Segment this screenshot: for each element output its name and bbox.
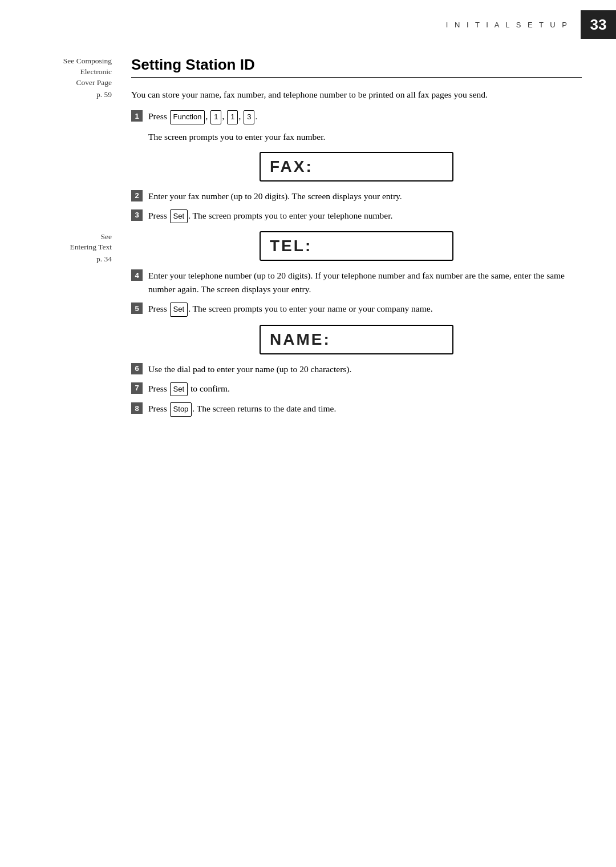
step-2: 2 Enter your fax number (up to 20 digits… (131, 189, 582, 203)
lcd-tel-display: TEL: (260, 231, 453, 261)
step-2-number: 2 (131, 190, 143, 201)
key-function: Function (170, 110, 205, 124)
main-content: Setting Station ID You can store your na… (125, 56, 582, 422)
step-6: 6 Use the dial pad to enter your name (u… (131, 362, 582, 376)
header-label: I N I T I A L S E T U P (446, 21, 569, 29)
step-1-subtext: The screen prompts you to enter your fax… (148, 130, 582, 144)
step-7-text: Press Set to confirm. (148, 382, 230, 397)
step-4-number: 4 (131, 269, 143, 281)
step-4-text: Enter your telephone number (up to 20 di… (148, 269, 582, 296)
step-7: 7 Press Set to confirm. (131, 382, 582, 397)
key-1b: 1 (227, 110, 238, 124)
step-8-text: Press Stop. The screen returns to the da… (148, 402, 336, 417)
sidebar-note-1: See Composing Electronic Cover Page p. 5… (34, 56, 112, 100)
key-1a: 1 (210, 110, 221, 124)
step-6-text: Use the dial pad to enter your name (up … (148, 362, 351, 376)
lcd-tel-text: TEL: (270, 237, 312, 255)
lcd-fax-text: FAX: (270, 158, 313, 176)
key-set-7: Set (170, 382, 188, 396)
step-1-press-label: Press (148, 111, 167, 121)
step-5-number: 5 (131, 303, 143, 314)
step-3: 3 Press Set. The screen prompts you to e… (131, 209, 582, 224)
step-3-number: 3 (131, 209, 143, 221)
sidebar: See Composing Electronic Cover Page p. 5… (34, 56, 125, 422)
section-title: Setting Station ID (131, 56, 582, 78)
step-3-text: Press Set. The screen prompts you to ent… (148, 209, 392, 224)
lcd-fax-display: FAX: (260, 152, 453, 182)
page-number: 33 (581, 10, 616, 39)
step-7-number: 7 (131, 382, 143, 394)
page-content: See Composing Electronic Cover Page p. 5… (0, 39, 616, 439)
key-set-3: Set (170, 209, 188, 223)
key-set-5: Set (170, 303, 188, 316)
key-stop-8: Stop (170, 402, 192, 416)
step-8: 8 Press Stop. The screen returns to the … (131, 402, 582, 417)
step-2-text: Enter your fax number (up to 20 digits).… (148, 189, 402, 203)
key-3: 3 (244, 110, 254, 124)
step-8-number: 8 (131, 402, 143, 414)
step-5: 5 Press Set. The screen prompts you to e… (131, 302, 582, 317)
step-4: 4 Enter your telephone number (up to 20 … (131, 269, 582, 296)
page-header: I N I T I A L S E T U P 33 (0, 0, 616, 39)
step-1-number: 1 (131, 110, 143, 122)
lcd-name-display: NAME: (260, 325, 453, 354)
lcd-name-text: NAME: (270, 330, 331, 349)
step-1: 1 Press Function, 1, 1, 3. (131, 110, 582, 124)
step-5-text: Press Set. The screen prompts you to ent… (148, 302, 433, 317)
intro-paragraph: You can store your name, fax number, and… (131, 88, 582, 102)
step-1-text: Press Function, 1, 1, 3. (148, 110, 257, 124)
step-6-number: 6 (131, 363, 143, 374)
sidebar-note-2: See Entering Text p. 34 (34, 232, 112, 265)
